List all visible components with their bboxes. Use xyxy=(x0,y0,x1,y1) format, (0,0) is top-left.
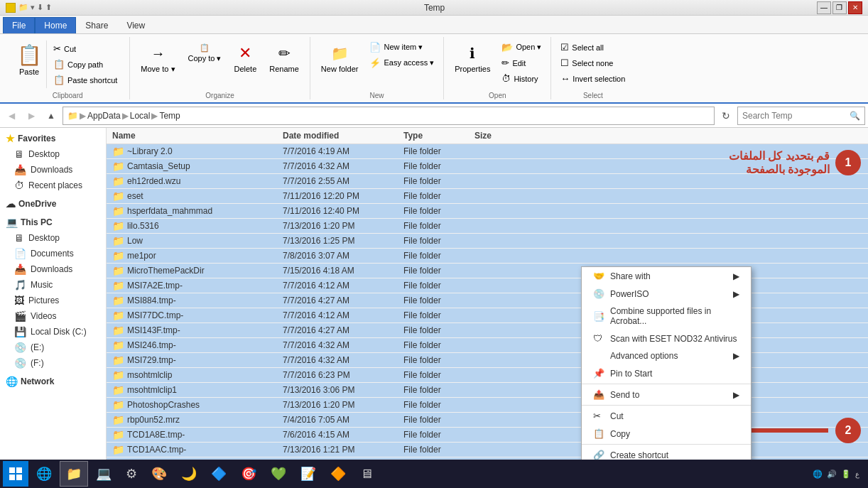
tab-view[interactable]: View xyxy=(117,17,154,33)
taskbar-app8[interactable]: 🎯 xyxy=(234,461,263,487)
select-none-button[interactable]: ☐ Select none xyxy=(557,55,629,70)
new-folder-button[interactable]: 📁 New folder xyxy=(316,40,364,77)
taskbar-vs[interactable]: 💻 xyxy=(89,461,118,487)
taskbar-settings[interactable]: ⚙ xyxy=(119,461,143,487)
copy-to-button[interactable]: 📋 Copy to ▾ xyxy=(183,40,227,67)
taskbar-app7[interactable]: 🔷 xyxy=(205,461,233,487)
header-size[interactable]: Size xyxy=(474,131,531,141)
sidebar-item-music[interactable]: 🎵 Music xyxy=(0,277,106,293)
cut-button[interactable]: ✂ Cut xyxy=(50,41,121,56)
address-path[interactable]: 📁 ▶ AppData ▶ Local ▶ Temp xyxy=(63,107,715,125)
table-row[interactable]: 📁 msohtmlclip1 7/13/2016 3:06 PM File fo… xyxy=(107,383,868,398)
taskbar-ie[interactable]: 🌐 xyxy=(30,461,58,487)
table-row[interactable]: 📁 me1por 7/8/2016 3:07 AM File folder xyxy=(107,249,868,264)
paste-button[interactable]: 📋 Paste xyxy=(11,40,47,89)
taskbar-app12[interactable]: 🖥 xyxy=(354,461,379,487)
refresh-button[interactable]: ↻ xyxy=(717,107,734,124)
open-button[interactable]: 📂 Open ▾ xyxy=(498,40,545,55)
easy-access-button[interactable]: ⚡ Easy access ▾ xyxy=(366,55,438,70)
taskbar-word[interactable]: 📝 xyxy=(294,461,322,487)
sidebar-item-pc-desktop[interactable]: 🖥 Desktop xyxy=(0,230,106,246)
tab-share[interactable]: Share xyxy=(76,17,117,33)
tab-file[interactable]: File xyxy=(3,17,35,33)
sidebar-onedrive-header[interactable]: ☁ OneDrive xyxy=(0,196,106,212)
table-row[interactable]: 📁 eset 7/11/2016 12:20 PM File folder xyxy=(107,189,868,204)
taskbar-time[interactable]: ع xyxy=(855,470,859,478)
table-row[interactable]: 📁 MSI77DC.tmp- 7/7/2016 4:12 AM File fol… xyxy=(107,308,868,323)
rename-button[interactable]: ✏ Rename xyxy=(264,40,304,77)
sidebar-item-desktop[interactable]: 🖥 Desktop xyxy=(0,146,106,162)
sidebar-item-pictures[interactable]: 🖼 Pictures xyxy=(0,293,106,308)
invert-selection-button[interactable]: ↔ Invert selection xyxy=(557,71,629,86)
sidebar-favorites-header[interactable]: ★ Favorites xyxy=(0,131,106,146)
sidebar-network-header[interactable]: 🌐 Network xyxy=(0,374,106,389)
taskbar-paint[interactable]: 🎨 xyxy=(145,461,173,487)
forward-button[interactable]: ▶ xyxy=(23,107,40,124)
ctx-poweriso[interactable]: 💿 PowerISO ▶ xyxy=(582,285,751,303)
edit-button[interactable]: ✏ Edit xyxy=(498,55,545,70)
sidebar-item-pc-downloads[interactable]: 📥 Downloads xyxy=(0,261,106,277)
table-row[interactable]: 📁 msohtmlclip 7/7/2016 6:23 PM File fold… xyxy=(107,368,868,383)
move-to-button[interactable]: → Move to ▾ xyxy=(136,40,180,77)
ctx-send-to[interactable]: 📤 Send to ▶ xyxy=(582,386,751,403)
file-date: 7/8/2016 3:07 AM xyxy=(283,251,403,261)
table-row[interactable]: 📁 lilo.5316 7/13/2016 1:20 PM File folde… xyxy=(107,219,868,234)
ctx-share-with[interactable]: 🤝 Share with ▶ xyxy=(582,267,751,285)
table-row[interactable]: 📁 TCD1A8E.tmp- 7/6/2016 4:15 AM File fol… xyxy=(107,428,868,443)
table-row[interactable]: 📁 PhotoshopCrashes 7/13/2016 1:20 PM Fil… xyxy=(107,398,868,413)
paste-shortcut-button[interactable]: 📋 Paste shortcut xyxy=(50,72,121,87)
maximize-button[interactable]: ❐ xyxy=(832,1,847,14)
close-button[interactable]: ✕ xyxy=(848,1,862,14)
new-item-button[interactable]: 📄 New item ▾ xyxy=(366,40,438,55)
table-row[interactable]: 📁 Camtasia_Setup 7/7/2016 4:32 AM File f… xyxy=(107,159,868,174)
table-row[interactable]: 📁 TCD1AAC.tmp- 7/13/2016 1:21 PM File fo… xyxy=(107,443,868,457)
path-appdata[interactable]: AppData xyxy=(87,111,121,121)
file-list[interactable]: Name Date modified Type Size 📁 ~Library … xyxy=(107,128,868,477)
table-row[interactable]: 📁 Low 7/13/2016 1:25 PM File folder xyxy=(107,234,868,249)
ctx-pin-start[interactable]: 📌 Pin to Start xyxy=(582,364,751,382)
up-button[interactable]: ▲ xyxy=(43,107,60,124)
table-row[interactable]: 📁 ~Library 2.0 7/7/2016 4:19 AM File fol… xyxy=(107,144,868,159)
sidebar-thispc-header[interactable]: 💻 This PC xyxy=(0,215,106,230)
sidebar-item-drivef[interactable]: 💿 (F:) xyxy=(0,355,106,371)
table-row[interactable]: 📁 MSI729.tmp- 7/7/2016 4:32 AM File fold… xyxy=(107,353,868,368)
sidebar-item-downloads[interactable]: 📥 Downloads xyxy=(0,162,106,178)
sidebar-item-recent[interactable]: ⏱ Recent places xyxy=(0,178,106,193)
taskbar-explorer[interactable]: 📁 xyxy=(60,461,88,487)
taskbar-app9[interactable]: 💚 xyxy=(264,461,293,487)
select-all-button[interactable]: ☑ Select all xyxy=(557,40,629,55)
ctx-copy[interactable]: 📋 Copy xyxy=(582,425,751,443)
header-date[interactable]: Date modified xyxy=(283,131,403,141)
table-row[interactable]: 📁 hsperfdata_mahmmad 7/11/2016 12:40 PM … xyxy=(107,204,868,219)
properties-button[interactable]: ℹ Properties xyxy=(450,40,495,77)
taskbar-app6[interactable]: 🌙 xyxy=(175,461,203,487)
header-type[interactable]: Type xyxy=(403,131,474,141)
table-row[interactable]: 📁 MSI246.tmp- 7/7/2016 4:32 AM File fold… xyxy=(107,338,868,353)
start-button[interactable] xyxy=(3,461,28,487)
ctx-advanced-options[interactable]: Advanced options ▶ xyxy=(582,347,751,364)
back-button[interactable]: ◀ xyxy=(3,107,20,124)
table-row[interactable]: 📁 eh12rded.wzu 7/7/2016 2:55 AM File fol… xyxy=(107,174,868,189)
sidebar-item-videos[interactable]: 🎬 Videos xyxy=(0,308,106,324)
sidebar-item-drivee[interactable]: 💿 (E:) xyxy=(0,340,106,355)
ctx-combine-acrobat[interactable]: 📑 Combine supported files in Acrobat... xyxy=(582,303,751,330)
path-temp[interactable]: Temp xyxy=(159,111,180,121)
sidebar-item-localc[interactable]: 💾 Local Disk (C:) xyxy=(0,324,106,340)
minimize-button[interactable]: — xyxy=(817,1,831,14)
ctx-cut[interactable]: ✂ Cut xyxy=(582,407,751,425)
table-row[interactable]: 📁 rbp0un52.mrz 7/4/2016 7:05 AM File fol… xyxy=(107,413,868,428)
table-row[interactable]: 📁 MicroThemePackDir 7/15/2016 4:18 AM Fi… xyxy=(107,264,868,278)
tab-home[interactable]: Home xyxy=(35,17,76,33)
copy-path-button[interactable]: 📋 Copy path xyxy=(50,57,121,72)
sidebar-item-documents[interactable]: 📄 Documents xyxy=(0,246,106,261)
search-input[interactable] xyxy=(742,111,847,121)
header-name[interactable]: Name xyxy=(112,131,283,141)
table-row[interactable]: 📁 MSI7A2E.tmp- 7/7/2016 4:12 AM File fol… xyxy=(107,278,868,293)
taskbar-app11[interactable]: 🔶 xyxy=(324,461,352,487)
ctx-scan-eset[interactable]: 🛡 Scan with ESET NOD32 Antivirus xyxy=(582,330,751,347)
table-row[interactable]: 📁 MSI143F.tmp- 7/7/2016 4:27 AM File fol… xyxy=(107,323,868,338)
history-button[interactable]: ⏱ History xyxy=(498,71,545,86)
delete-button[interactable]: ✕ Delete xyxy=(229,40,261,77)
path-local[interactable]: Local xyxy=(130,111,151,121)
table-row[interactable]: 📁 MSI884.tmp- 7/7/2016 4:27 AM File fold… xyxy=(107,293,868,308)
